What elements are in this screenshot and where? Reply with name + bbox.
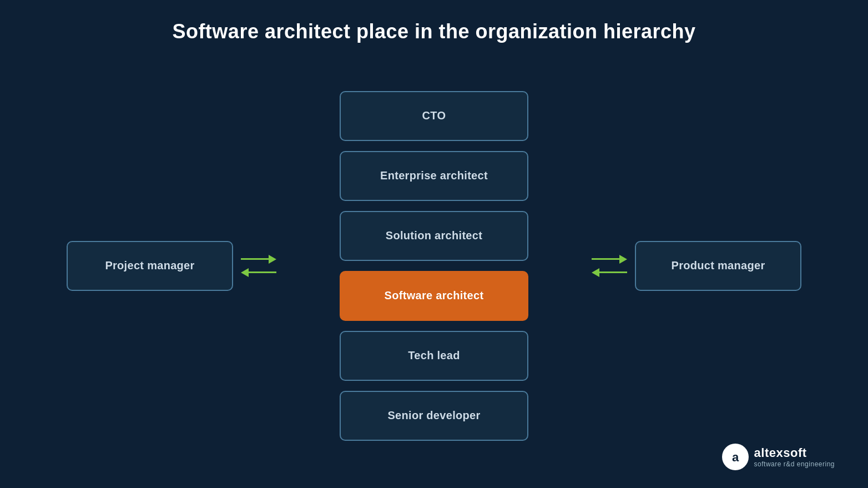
svg-text:a: a — [731, 450, 739, 464]
senior-developer-box: Senior developer — [340, 391, 528, 441]
enterprise-architect-box: Enterprise architect — [340, 151, 528, 201]
logo-sub-text: software r&d engineering — [754, 460, 835, 468]
enterprise-architect-label: Enterprise architect — [380, 169, 488, 182]
arrow-right-to-center — [241, 255, 276, 264]
logo-svg: a — [725, 446, 746, 467]
project-manager-box: Project manager — [67, 241, 233, 291]
page-title: Software architect place in the organiza… — [172, 20, 695, 43]
tech-lead-box: Tech lead — [340, 331, 528, 381]
arrow-line-1 — [241, 258, 269, 260]
arrow-right-to-prod — [592, 255, 627, 264]
cto-label: CTO — [422, 109, 446, 122]
product-manager-box: Product manager — [635, 241, 801, 291]
arrow-line-2 — [249, 271, 276, 273]
tech-lead-label: Tech lead — [408, 349, 460, 362]
cto-box: CTO — [340, 91, 528, 141]
diagram-area: Project manager CTO Enterprise architect — [0, 43, 868, 488]
software-architect-label: Software architect — [385, 289, 484, 302]
arrow-head-right-2 — [619, 255, 627, 264]
arrow-left-from-prod — [592, 268, 627, 277]
logo-main-text: altexsoft — [754, 446, 835, 460]
logo-area: a altexsoft software r&d engineering — [722, 444, 835, 470]
center-column: CTO Enterprise architect Solution archit… — [340, 43, 528, 488]
project-manager-label: Project manager — [105, 259, 194, 272]
right-box-container: Product manager — [584, 241, 801, 291]
arrow-left-to-pm — [241, 268, 276, 277]
solution-architect-label: Solution architect — [386, 229, 482, 242]
arrow-line-3 — [592, 258, 619, 260]
left-arrows — [241, 255, 276, 277]
logo-icon: a — [722, 444, 749, 470]
left-box-container: Project manager — [67, 241, 284, 291]
logo-text: altexsoft software r&d engineering — [754, 446, 835, 468]
arrow-line-4 — [599, 271, 627, 273]
arrow-head-left-2 — [592, 268, 599, 277]
software-architect-box: Software architect — [340, 271, 528, 321]
right-arrows — [592, 255, 627, 277]
senior-developer-label: Senior developer — [387, 409, 480, 422]
product-manager-label: Product manager — [672, 259, 765, 272]
arrow-head-right-1 — [269, 255, 276, 264]
solution-architect-box: Solution architect — [340, 211, 528, 261]
arrow-head-left-1 — [241, 268, 249, 277]
